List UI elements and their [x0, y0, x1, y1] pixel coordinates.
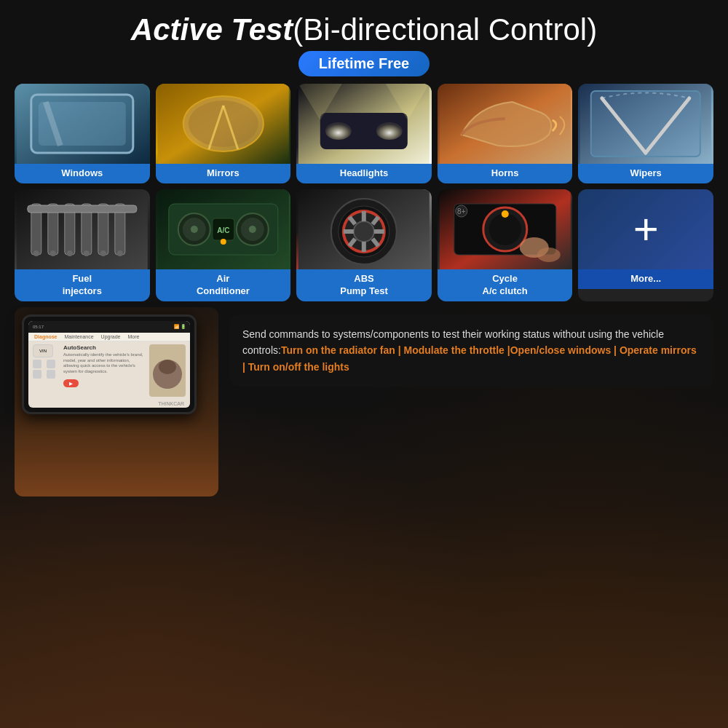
- windows-image: [15, 84, 150, 164]
- tablet-screen: 05:17 📶 🔋 Diagnose Maintenance Upgrade M…: [28, 321, 190, 408]
- fuel-svg: [15, 189, 150, 269]
- feature-card-cycle: 8+ Cycle A/c clutch: [438, 189, 573, 301]
- horns-label: Horns: [438, 164, 573, 183]
- cycle-image: 8+: [438, 189, 573, 269]
- fuel-label: Fuel injectors: [15, 269, 150, 301]
- info-orange-text: Turn on the radiator fan | Modulate the …: [242, 344, 697, 372]
- svg-rect-33: [28, 205, 137, 213]
- svg-point-38: [190, 226, 197, 233]
- feature-card-air: A/C Air Conditioner: [156, 189, 291, 301]
- start-button[interactable]: ▶: [63, 379, 79, 387]
- auto-search-desc: Automatically identify the vehicle's bra…: [63, 352, 145, 375]
- mirrors-label: Mirrors: [156, 164, 291, 183]
- svg-point-62: [502, 210, 509, 218]
- svg-point-68: [159, 360, 176, 374]
- fuel-image: [15, 189, 150, 269]
- tablet-body: 05:17 📶 🔋 Diagnose Maintenance Upgrade M…: [22, 314, 197, 414]
- feature-card-fuel: Fuel injectors: [15, 189, 150, 301]
- bottom-section: 05:17 📶 🔋 Diagnose Maintenance Upgrade M…: [15, 307, 713, 496]
- svg-text:A/C: A/C: [217, 226, 229, 234]
- headlights-image: [296, 84, 432, 164]
- tablet-nav: Diagnose Maintenance Upgrade More: [28, 333, 190, 341]
- main-title: Active Test(Bi-directional Control): [15, 13, 713, 47]
- title-normal: (Bi-directional Control): [293, 12, 597, 47]
- abs-image: [296, 189, 432, 269]
- headlights-svg: [296, 84, 432, 164]
- svg-point-27: [33, 250, 39, 256]
- svg-point-11: [325, 122, 352, 140]
- svg-point-28: [50, 250, 56, 256]
- wipers-svg: [578, 84, 713, 164]
- more-label: More...: [578, 269, 713, 289]
- tablet-area: 05:17 📶 🔋 Diagnose Maintenance Upgrade M…: [15, 307, 218, 496]
- tablet-image-area: [149, 344, 186, 397]
- icon1: [33, 360, 41, 368]
- air-label: Air Conditioner: [156, 269, 291, 301]
- cycle-svg: 8+: [438, 189, 573, 269]
- nav-more: More: [127, 334, 139, 339]
- air-image: A/C: [156, 189, 291, 269]
- tablet-battery: 📶 🔋: [174, 324, 186, 329]
- sidebar-icons: [33, 360, 59, 379]
- cycle-label: Cycle A/c clutch: [438, 269, 573, 301]
- wipers-image: [578, 84, 713, 164]
- svg-point-30: [84, 250, 90, 256]
- svg-point-12: [376, 122, 403, 140]
- feature-row-2: Fuel injectors: [15, 189, 713, 301]
- tablet-status-bar: 05:17 📶 🔋: [28, 321, 190, 333]
- svg-point-44: [220, 239, 226, 245]
- vin-label: VIN: [39, 349, 47, 353]
- svg-point-29: [67, 250, 73, 256]
- horns-svg: [438, 84, 573, 164]
- abs-svg: [296, 189, 432, 269]
- title-section: Active Test(Bi-directional Control) Life…: [15, 13, 713, 76]
- tablet-sidebar: VIN: [33, 344, 59, 397]
- mirrors-image: [156, 84, 291, 164]
- info-box: Send commands to systems/components to t…: [229, 314, 713, 387]
- svg-point-41: [248, 226, 256, 233]
- feature-row-1: Windows Mirrors: [15, 84, 713, 183]
- tablet-car-image: [149, 349, 186, 392]
- headlights-label: Headlights: [296, 164, 432, 183]
- feature-card-more[interactable]: + More...: [578, 189, 713, 301]
- mirrors-svg: [156, 84, 291, 164]
- plus-icon: +: [633, 207, 659, 251]
- tablet-main-area: AutoSearch Automatically identify the ve…: [63, 344, 145, 397]
- abs-label: ABS Pump Test: [296, 269, 432, 301]
- icon3: [33, 370, 41, 379]
- feature-card-mirrors: Mirrors: [156, 84, 291, 183]
- tablet-brand: THINKCAR: [28, 400, 190, 408]
- icon2: [47, 360, 55, 368]
- feature-card-abs: ABS Pump Test: [296, 189, 432, 301]
- windows-label: Windows: [15, 164, 150, 183]
- auto-search-title: AutoSearch: [63, 344, 145, 351]
- svg-point-32: [117, 250, 123, 256]
- nav-diagnose: Diagnose: [34, 334, 58, 339]
- title-bold: Active Test: [131, 12, 293, 47]
- tablet-mockup: 05:17 📶 🔋 Diagnose Maintenance Upgrade M…: [22, 314, 197, 414]
- feature-card-windows: Windows: [15, 84, 150, 183]
- tablet-time: 05:17: [33, 325, 44, 329]
- feature-card-wipers: Wipers: [578, 84, 713, 183]
- nav-maintenance: Maintenance: [65, 334, 94, 339]
- air-svg: A/C: [156, 189, 291, 269]
- svg-point-66: [537, 248, 561, 262]
- tablet-content: VIN AutoSear: [28, 341, 190, 400]
- feature-card-headlights: Headlights: [296, 84, 432, 183]
- feature-card-horns: Horns: [438, 84, 573, 183]
- icon4: [47, 370, 55, 379]
- wipers-label: Wipers: [578, 164, 713, 183]
- svg-point-49: [354, 221, 374, 242]
- horns-image: [438, 84, 573, 164]
- more-image: +: [578, 189, 713, 269]
- nav-upgrade: Upgrade: [101, 334, 121, 339]
- svg-text:8+: 8+: [457, 207, 466, 215]
- windows-svg: [15, 84, 150, 164]
- svg-point-31: [100, 250, 106, 256]
- svg-rect-17: [591, 91, 700, 157]
- svg-point-61: [489, 213, 521, 245]
- lifetime-badge: Lifetime Free: [298, 51, 430, 76]
- vin-button[interactable]: VIN: [33, 344, 53, 357]
